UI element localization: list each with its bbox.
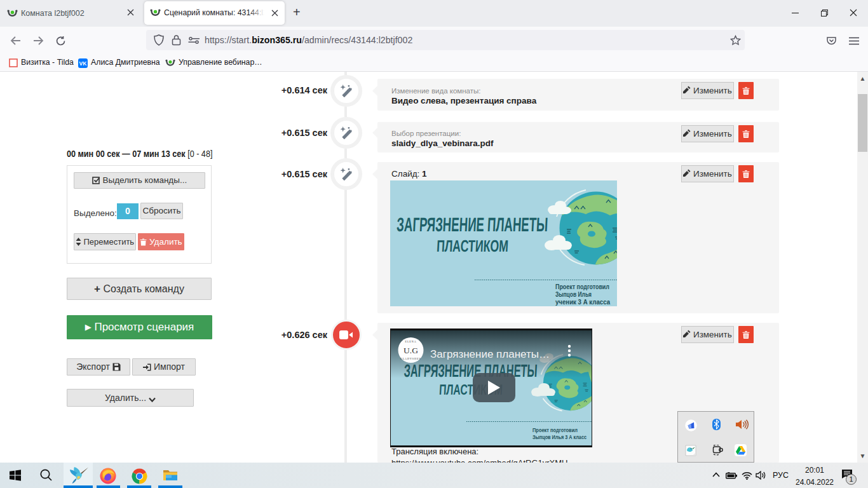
svg-text:ЗАГРЯЗНЕНИЕ ПЛАНЕТЫ: ЗАГРЯЗНЕНИЕ ПЛАНЕТЫ [396,214,548,236]
svg-text:ученик 3 А класса: ученик 3 А класса [555,299,610,306]
svg-text:Загрязнение планеты…: Загрязнение планеты… [430,348,550,360]
svg-text:GLADYSHEV: GLADYSHEV [400,357,421,360]
svg-text:Проект подготовил: Проект подготовил [555,283,609,290]
svg-text:Зыпцов Илья: Зыпцов Илья [555,291,592,298]
svg-text:U.G: U.G [403,346,418,355]
svg-text:ELENA: ELENA [405,340,416,343]
svg-text:VK: VK [79,60,88,67]
svg-text:Проект подготовил: Проект подготовил [532,427,578,433]
svg-text:Зыпцов Илья 3 А класс: Зыпцов Илья 3 А класс [532,434,587,440]
svg-text:ПЛАСТИКОМ: ПЛАСТИКОМ [436,236,509,255]
